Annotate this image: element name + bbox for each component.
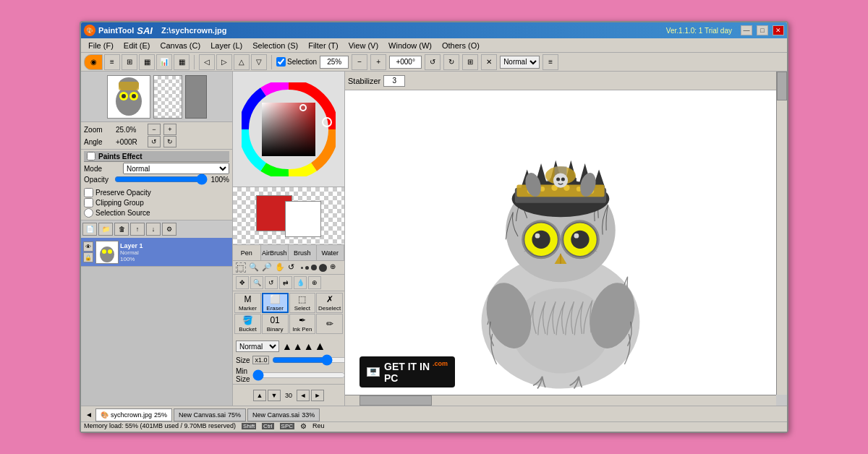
layer-item[interactable]: 👁 🔒 Layer 1	[81, 238, 232, 267]
tab-brush[interactable]: Brush	[289, 245, 317, 260]
layer-settings-btn[interactable]: ⚙	[162, 223, 176, 236]
nav-right[interactable]: ►	[311, 390, 324, 401]
pipette-icon[interactable]: ⊕	[330, 262, 340, 273]
opacity-slider[interactable]	[114, 175, 208, 184]
tab-arrow-left[interactable]: ◄	[84, 410, 94, 420]
fill-tool[interactable]: ⊕	[308, 276, 321, 289]
new-layer-btn[interactable]: 📄	[82, 223, 97, 236]
rotate-icon[interactable]: ↺	[288, 262, 298, 273]
view-btn-1[interactable]: ◉	[84, 54, 103, 70]
horizontal-scrollbar[interactable]	[345, 395, 776, 406]
lasso-icon[interactable]: 🔍	[249, 262, 259, 273]
eye-icon[interactable]: 👁	[83, 241, 93, 252]
lock-icon[interactable]: 🔒	[83, 252, 93, 262]
move-tool[interactable]: ✥	[236, 276, 249, 289]
angle-btn-4[interactable]: ✕	[481, 54, 497, 70]
v-scrollbar-thumb[interactable]	[777, 72, 787, 100]
brush-mode-select[interactable]: Normal	[236, 340, 279, 352]
view-btn-5[interactable]: 📊	[156, 54, 172, 70]
select-btn[interactable]: ⬚ Select	[289, 293, 316, 313]
menu-canvas[interactable]: Canvas (C)	[156, 40, 205, 51]
angle-btn-2[interactable]: ↻	[443, 54, 459, 70]
angle-btn-3[interactable]: ⊞	[462, 54, 478, 70]
nav-btn-2[interactable]: ▷	[216, 54, 232, 70]
stabilizer-input[interactable]	[383, 75, 405, 87]
zoom-inc[interactable]: +	[163, 124, 176, 135]
layer-toolbar: 📄 📁 🗑 ↑ ↓ ⚙	[81, 220, 232, 238]
nav-down[interactable]: ▼	[268, 390, 281, 401]
tab-pen[interactable]: Pen	[233, 245, 261, 260]
nav-up[interactable]: ▲	[253, 390, 266, 401]
paints-effect-checkbox[interactable]	[87, 152, 95, 160]
marker-icon: M	[244, 294, 251, 304]
h-scrollbar-thumb[interactable]	[359, 395, 432, 406]
extra-btn[interactable]: ✏	[316, 314, 343, 334]
paints-effect-header: Paints Effect	[84, 151, 229, 162]
zoom-icon[interactable]: 🔎	[262, 262, 272, 273]
blend-mode-select[interactable]: Normal	[500, 56, 540, 69]
inkpen-icon: ✒	[299, 315, 306, 325]
search-tool[interactable]: 🔍	[250, 276, 263, 289]
view-btn-6[interactable]: ▦	[174, 54, 190, 70]
menu-edit[interactable]: Edit (E)	[119, 40, 155, 51]
menu-file[interactable]: File (F)	[84, 40, 118, 51]
minimize-button[interactable]: —	[741, 25, 752, 35]
selection-tool-icon[interactable]: ⬚	[236, 262, 246, 273]
vertical-scrollbar[interactable]	[776, 72, 787, 395]
angle-input[interactable]	[389, 56, 422, 69]
mode-btn[interactable]: ≡	[542, 54, 558, 70]
file-tab-3[interactable]: New Canvas.sai 33%	[247, 408, 320, 421]
view-btn-2[interactable]: ≡	[104, 54, 120, 70]
binary-btn[interactable]: 01 Binary	[262, 314, 289, 334]
zoom-minus[interactable]: −	[352, 54, 367, 70]
nav-btn-1[interactable]: ◁	[199, 54, 215, 70]
background-color[interactable]	[285, 201, 321, 237]
menu-layer[interactable]: Layer (L)	[206, 40, 247, 51]
menu-window[interactable]: Window (W)	[384, 40, 436, 51]
bucket-btn[interactable]: 🪣 Bucket	[234, 314, 261, 334]
selection-checkbox[interactable]	[276, 57, 286, 67]
tab-water[interactable]: Water	[317, 245, 345, 260]
angle-btn-1[interactable]: ↺	[425, 54, 441, 70]
layer-thumbnail	[95, 241, 119, 264]
nav-btn-4[interactable]: ▽	[251, 54, 267, 70]
delete-layer-btn[interactable]: 🗑	[114, 223, 129, 236]
zoom-plus[interactable]: +	[370, 54, 386, 70]
preserve-opacity-cb[interactable]	[84, 188, 93, 197]
maximize-button[interactable]: □	[757, 25, 768, 35]
size-slider[interactable]	[272, 356, 344, 364]
menu-selection[interactable]: Selection (S)	[248, 40, 302, 51]
nav-left[interactable]: ◄	[297, 390, 310, 401]
flip-tool[interactable]: ⇄	[279, 276, 292, 289]
file-tab-2[interactable]: New Canvas.sai 75%	[174, 408, 246, 421]
marker-btn[interactable]: M Marker	[234, 293, 261, 313]
clipping-group-cb[interactable]	[84, 198, 93, 207]
inkpen-btn[interactable]: ✒ Ink Pen	[289, 314, 316, 334]
menu-view[interactable]: View (V)	[344, 40, 383, 51]
eraser-btn[interactable]: ⬜ Eraser	[262, 293, 289, 313]
deselect-btn[interactable]: ✗ Deselect	[316, 293, 343, 313]
close-button[interactable]: ✕	[773, 25, 784, 35]
menu-filter[interactable]: Filter (T)	[304, 40, 343, 51]
view-btn-3[interactable]: ⊞	[122, 54, 137, 70]
file-tab-1[interactable]: 🎨 sychcrown.jpg 25%	[95, 408, 172, 421]
zoom-input[interactable]	[320, 56, 349, 69]
tab-airbrush[interactable]: AirBrush	[261, 245, 289, 260]
mode-select-left[interactable]: Normal	[123, 163, 229, 174]
layer-down-btn[interactable]: ↓	[146, 223, 161, 236]
angle-inc[interactable]: ↻	[163, 136, 176, 147]
window-title: Z:\sychcrown.jpg	[161, 26, 226, 35]
min-size-slider[interactable]	[252, 371, 344, 380]
hand-icon[interactable]: ✋	[275, 262, 285, 273]
rotate-tool[interactable]: ↺	[265, 276, 278, 289]
zoom-dec[interactable]: −	[148, 124, 161, 135]
eyedrop-tool[interactable]: 💧	[294, 276, 307, 289]
selection-source-radio[interactable]	[84, 208, 93, 218]
nav-btn-3[interactable]: △	[234, 54, 250, 70]
angle-dec[interactable]: ↺	[148, 136, 161, 147]
menu-others[interactable]: Others (O)	[438, 40, 484, 51]
settings-icon[interactable]: ⚙	[300, 422, 307, 430]
view-btn-4[interactable]: ▦	[139, 54, 155, 70]
new-folder-btn[interactable]: 📁	[98, 223, 113, 236]
layer-up-btn[interactable]: ↑	[130, 223, 145, 236]
